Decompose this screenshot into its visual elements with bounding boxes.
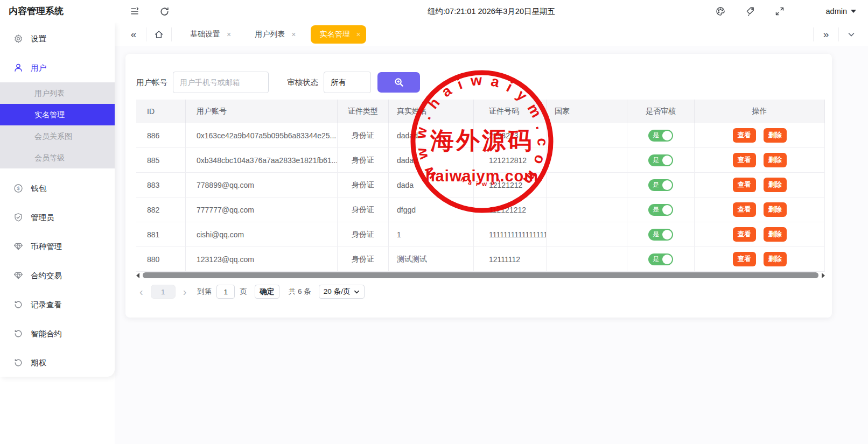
tag-icon[interactable] [744,5,757,18]
view-button[interactable]: 查看 [733,252,756,266]
sidebar-item-label: 设置 [31,34,46,44]
sidebar-item-label: 记录查看 [31,300,62,310]
tab-label: 基础设置 [190,30,220,39]
tabs-scroll-right-icon[interactable]: » [814,23,838,46]
sidebar-item-contract-trade[interactable]: 合约交易 [0,261,115,290]
sidebar-item-coins[interactable]: 币种管理 [0,232,115,261]
delete-button[interactable]: 删除 [764,227,787,242]
scrollbar-thumb[interactable] [143,272,818,278]
home-icon[interactable] [146,23,171,46]
tab-label: 用户列表 [255,30,285,39]
audit-toggle[interactable]: 是 [648,130,673,142]
view-button[interactable]: 查看 [733,153,756,167]
tabs-scroll-left-icon[interactable]: « [121,23,146,46]
view-button[interactable]: 查看 [733,128,756,143]
history-icon [13,358,23,368]
sidebar-item-smart-contract[interactable]: 智能合约 [0,319,115,348]
cell-actions: 查看 删除 [695,123,825,147]
toggle-label: 是 [653,205,659,214]
submenu-item-realname[interactable]: 实名管理 [0,104,115,125]
sidebar-item-options[interactable]: 期权 [0,348,115,377]
top-bar: 内容管理系统 纽约:07:21:01 2026年3月20日星期五 [0,0,868,23]
tab-realname[interactable]: 实名管理 × [311,25,366,44]
delete-button[interactable]: 删除 [764,252,787,266]
audit-toggle[interactable]: 是 [648,179,673,191]
close-icon[interactable]: × [356,31,360,38]
next-page-icon[interactable]: › [180,285,190,299]
account-label: 用户帐号 [136,77,167,88]
cell-id: 881 [136,222,186,246]
tabbar-right-controls: » [813,23,868,46]
status-select[interactable]: 所有 [324,72,371,93]
cell-audit: 是 [627,198,695,222]
table-row: 885 0xb348cbc104a376a7aa2833e1821fb61...… [136,148,825,173]
goto-label: 到第 [197,287,212,297]
cell-audit: 是 [627,173,695,197]
horizontal-scrollbar [136,271,825,279]
cell-account: cishi@qq.com [186,222,338,246]
sidebar-item-settings[interactable]: 设置 [0,24,115,53]
delete-button[interactable]: 删除 [764,202,787,217]
cell-actions: 查看 删除 [695,247,825,271]
cell-real-name: dfggd [389,198,474,222]
diamond-icon [13,271,23,280]
fullscreen-icon[interactable] [773,5,786,18]
header-real-name: 真实姓名 [389,100,474,123]
cell-audit: 是 [627,222,695,246]
cell-account: 778899@qq.com [186,173,338,197]
user-icon [13,63,23,73]
delete-button[interactable]: 删除 [764,178,787,192]
cell-id: 880 [136,247,186,271]
shield-icon [13,213,23,222]
user-menu[interactable]: admin [826,0,857,23]
toggle-knob [662,156,672,165]
sidebar-item-wallet[interactable]: $ 钱包 [0,174,115,203]
cell-cert-type: 身份证 [338,222,389,246]
app-title: 内容管理系统 [9,0,115,23]
audit-toggle[interactable]: 是 [648,253,673,265]
goto-page-input[interactable] [216,285,235,299]
scroll-left-arrow-icon[interactable] [136,273,139,278]
audit-toggle[interactable]: 是 [648,204,673,216]
close-icon[interactable]: × [291,31,296,38]
cell-audit: 是 [627,247,695,271]
current-page-button[interactable]: 1 [151,285,176,299]
toggle-knob [662,205,672,215]
cell-country [547,247,627,271]
table-row: 880 123123@qq.com 身份证 测试测试 12111112 是 查看… [136,247,825,272]
page-size-select[interactable]: 20 条/页 [319,285,365,299]
tabs-menu-chevron-icon[interactable] [839,23,864,46]
chevron-down-icon [851,10,856,13]
theme-palette-icon[interactable] [714,5,727,18]
toggle-knob [662,255,672,264]
sidebar-item-users[interactable]: 用户 [0,53,115,82]
cell-account: 0x163ce42a9b407a5b095b6a83344e25... [186,123,338,147]
submenu-item-user-list[interactable]: 用户列表 [0,82,115,104]
sidebar-item-records[interactable]: 记录查看 [0,290,115,319]
sidebar-item-admins[interactable]: 管理员 [0,203,115,232]
search-button[interactable] [377,72,420,93]
close-icon[interactable]: × [227,31,231,38]
sidebar-item-label: 智能合约 [31,329,62,339]
sidebar-item-label: 用户 [31,63,46,73]
audit-toggle[interactable]: 是 [648,154,673,166]
account-input[interactable] [173,72,269,93]
prev-page-icon[interactable]: ‹ [136,285,146,299]
cell-actions: 查看 删除 [695,198,825,222]
tab-basic-settings[interactable]: 基础设置 × [181,25,236,44]
view-button[interactable]: 查看 [733,202,756,217]
submenu-item-member-graph[interactable]: 会员关系图 [0,125,115,147]
delete-button[interactable]: 删除 [764,153,787,167]
confirm-button[interactable]: 确定 [255,285,279,299]
cell-cert-type: 身份证 [338,247,389,271]
audit-toggle[interactable]: 是 [648,229,673,241]
tab-user-list[interactable]: 用户列表 × [246,25,301,44]
scroll-right-arrow-icon[interactable] [822,273,825,278]
view-button[interactable]: 查看 [733,227,756,242]
user-name: admin [826,7,848,16]
cell-cert-no: 2233223 [474,123,547,147]
view-button[interactable]: 查看 [733,178,756,192]
delete-button[interactable]: 删除 [764,128,787,143]
content-area: 用户帐号 审核状态 所有 [115,46,868,444]
submenu-item-member-level[interactable]: 会员等级 [0,147,115,168]
